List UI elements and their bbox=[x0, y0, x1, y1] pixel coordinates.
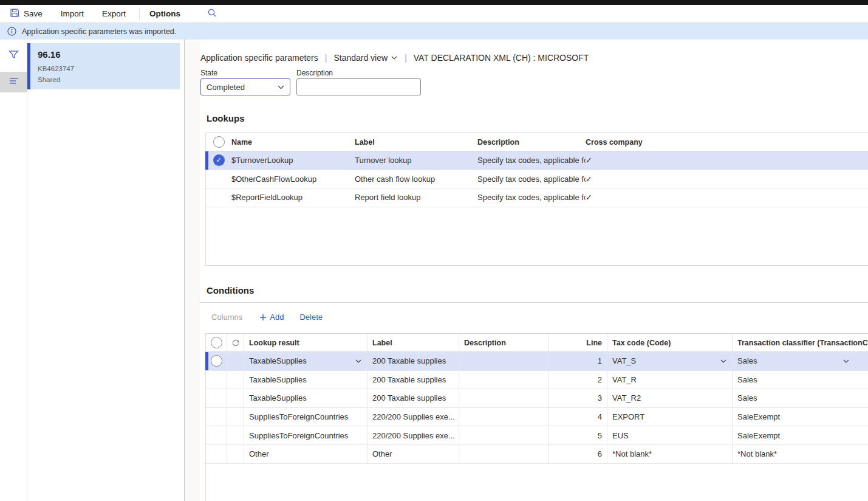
import-button[interactable]: Import bbox=[58, 5, 86, 22]
selection-accent-bar bbox=[205, 151, 208, 170]
table-row[interactable]: $ReportFieldLookup Report field lookup S… bbox=[206, 188, 868, 207]
filter-button[interactable] bbox=[0, 46, 27, 66]
tax-code-cell[interactable]: EUS bbox=[607, 426, 733, 444]
columns-button[interactable]: Columns bbox=[211, 313, 242, 322]
classifier-cell[interactable]: Sales bbox=[733, 389, 868, 407]
column-header-lookup-result[interactable]: Lookup result bbox=[244, 334, 367, 351]
column-header-label[interactable]: Label bbox=[355, 138, 477, 147]
column-header-tax-code[interactable]: Tax code (Code) bbox=[607, 334, 733, 351]
section-divider bbox=[200, 302, 868, 303]
lookup-label-cell[interactable]: Turnover lookup bbox=[355, 156, 477, 165]
save-button[interactable]: Save bbox=[7, 5, 45, 22]
export-button[interactable]: Export bbox=[100, 5, 128, 22]
lookup-name-cell[interactable]: $OtherCashFlowLookup bbox=[231, 174, 355, 184]
line-cell[interactable]: 5 bbox=[549, 426, 607, 444]
lookup-label-cell[interactable]: Other cash flow lookup bbox=[355, 174, 477, 184]
classifier-combobox[interactable]: Sales bbox=[733, 352, 868, 370]
plus-icon bbox=[259, 314, 267, 321]
table-row[interactable]: ✓ $TurnoverLookup Turnover lookup Specif… bbox=[206, 151, 868, 170]
lookup-result-cell[interactable]: Other bbox=[244, 445, 367, 463]
column-header-description[interactable]: Description bbox=[477, 138, 586, 147]
label-cell[interactable]: 220/200 Supplies exe... bbox=[367, 408, 459, 426]
lookup-result-cell[interactable]: SuppliesToForeignCountries bbox=[244, 426, 367, 444]
table-row[interactable]: SuppliesToForeignCountries 220/200 Suppl… bbox=[206, 408, 868, 427]
lookup-result-combobox[interactable]: TaxableSupplies bbox=[244, 352, 367, 370]
import-label: Import bbox=[61, 9, 84, 18]
description-cell[interactable] bbox=[459, 426, 549, 444]
column-header-name[interactable]: Name bbox=[231, 138, 355, 147]
lookup-result-cell[interactable]: SuppliesToForeignCountries bbox=[244, 408, 367, 426]
label-cell[interactable]: 220/200 Supplies exe... bbox=[367, 426, 459, 444]
table-row[interactable]: Other Other 6 *Not blank* *Not blank* bbox=[206, 445, 868, 464]
state-dropdown[interactable]: Completed bbox=[200, 78, 290, 95]
tax-code-cell[interactable]: VAT_R2 bbox=[607, 389, 733, 407]
label-cell[interactable]: 200 Taxable supplies bbox=[367, 371, 459, 389]
search-button[interactable] bbox=[207, 8, 217, 19]
lookup-description-cell[interactable]: Specify tax codes, applicable for... bbox=[477, 174, 586, 184]
label-cell[interactable]: 200 Taxable supplies bbox=[367, 352, 459, 370]
command-bar: Save Import Export Options bbox=[0, 5, 868, 23]
classifier-cell[interactable]: Sales bbox=[733, 371, 868, 389]
select-all-circle[interactable] bbox=[211, 337, 222, 348]
lookup-name-cell[interactable]: $ReportFieldLookup bbox=[231, 193, 355, 202]
description-cell[interactable] bbox=[459, 389, 549, 407]
chevron-down-icon bbox=[720, 358, 727, 365]
column-header-label[interactable]: Label bbox=[367, 334, 459, 351]
add-label: Add bbox=[270, 313, 284, 322]
selection-accent-bar bbox=[27, 43, 30, 89]
options-button[interactable]: Options bbox=[147, 5, 183, 22]
table-row[interactable]: TaxableSupplies 200 Taxable supplies 1 V… bbox=[206, 352, 868, 371]
lookups-header-row: Name Label Description Cross company bbox=[206, 133, 868, 151]
save-icon bbox=[10, 8, 19, 19]
lookup-name-cell[interactable]: $TurnoverLookup bbox=[231, 156, 355, 165]
column-header-line[interactable]: Line bbox=[549, 334, 607, 351]
table-row[interactable]: TaxableSupplies 200 Taxable supplies 2 V… bbox=[206, 371, 868, 390]
delete-button[interactable]: Delete bbox=[299, 313, 323, 322]
line-cell[interactable]: 1 bbox=[549, 352, 607, 370]
column-header-cross-company[interactable]: Cross company bbox=[586, 138, 868, 147]
label-cell[interactable]: Other bbox=[367, 445, 459, 463]
options-label: Options bbox=[149, 9, 180, 18]
classifier-cell[interactable]: SaleExempt bbox=[733, 408, 868, 426]
line-cell[interactable]: 2 bbox=[549, 371, 607, 389]
lookup-description-cell[interactable]: Specify tax codes, applicable for... bbox=[477, 193, 586, 202]
view-selector[interactable]: Standard view bbox=[333, 53, 398, 63]
scope-label: Shared bbox=[38, 76, 60, 83]
row-select-circle[interactable] bbox=[211, 355, 222, 367]
description-cell[interactable] bbox=[459, 352, 549, 370]
description-input[interactable] bbox=[296, 78, 421, 95]
label-cell[interactable]: 200 Taxable supplies bbox=[367, 389, 459, 407]
column-header-classifier[interactable]: Transaction classifier (TransactionCla..… bbox=[733, 334, 868, 351]
conditions-heading: Conditions bbox=[207, 285, 254, 295]
tax-code-cell[interactable]: VAT_R bbox=[607, 371, 733, 389]
line-cell[interactable]: 4 bbox=[549, 408, 607, 426]
line-cell[interactable]: 3 bbox=[549, 389, 607, 407]
chevron-down-icon bbox=[842, 358, 850, 365]
description-cell[interactable] bbox=[459, 371, 549, 389]
tax-code-cell[interactable]: EXPORT bbox=[607, 408, 733, 426]
add-button[interactable]: Add bbox=[259, 313, 284, 322]
check-icon: ✓ bbox=[586, 193, 592, 202]
description-cell[interactable] bbox=[459, 445, 549, 463]
classifier-cell[interactable]: *Not blank* bbox=[733, 445, 868, 463]
table-row[interactable]: SuppliesToForeignCountries 220/200 Suppl… bbox=[206, 426, 868, 445]
selection-accent-bar bbox=[205, 352, 208, 370]
tax-code-cell[interactable]: *Not blank* bbox=[607, 445, 733, 463]
column-header-description[interactable]: Description bbox=[459, 334, 549, 351]
description-cell[interactable] bbox=[459, 408, 549, 426]
classifier-cell[interactable]: SaleExempt bbox=[733, 426, 868, 444]
lookup-description-cell[interactable]: Specify tax codes, applicable for... bbox=[477, 156, 586, 165]
refresh-icon[interactable] bbox=[231, 339, 240, 347]
row-selected-check-icon[interactable]: ✓ bbox=[213, 154, 225, 166]
table-row[interactable]: TaxableSupplies 200 Taxable supplies 3 V… bbox=[206, 389, 868, 408]
line-cell[interactable]: 6 bbox=[549, 445, 607, 463]
lookup-label-cell[interactable]: Report field lookup bbox=[355, 193, 477, 202]
list-lines-icon bbox=[9, 77, 19, 88]
select-all-circle[interactable] bbox=[213, 136, 225, 148]
table-row[interactable]: $OtherCashFlowLookup Other cash flow loo… bbox=[206, 170, 868, 189]
lookup-result-cell[interactable]: TaxableSupplies bbox=[244, 389, 367, 407]
tax-code-combobox[interactable]: VAT_S bbox=[607, 352, 733, 370]
lookup-result-cell[interactable]: TaxableSupplies bbox=[244, 371, 367, 389]
version-list-item-selected[interactable]: 96.16 KB4623747 Shared bbox=[27, 43, 180, 89]
list-view-button[interactable] bbox=[0, 72, 27, 92]
